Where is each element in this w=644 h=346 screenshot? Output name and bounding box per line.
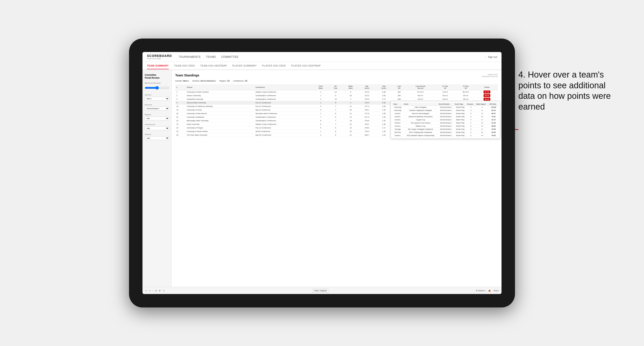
update-time: Update time: 13/03/2024 10:03:42 xyxy=(482,73,498,78)
logo: SCOREBOARD Powered by clippi xyxy=(147,54,172,60)
sidebar-min-rounds-slider[interactable] xyxy=(145,85,169,90)
col-no-tour: NoTour xyxy=(328,84,343,90)
nav-links: TOURNAMENTS TEAMS COMMITTEE xyxy=(178,54,485,59)
table-row-highlighted: 4 Arizona State University Pac-12 Confer… xyxy=(175,101,498,105)
subnav-team-h2h-heatmap[interactable]: TEAM H2H HEATMAP xyxy=(200,62,227,69)
table-row: 1 University of North Carolina Atlantic … xyxy=(175,90,498,94)
tooltip-row: Univers.Williams CupNCAA Division IStrok… xyxy=(392,125,498,128)
sidebar-min-rounds-label: Minimum Rounds xyxy=(145,82,169,84)
filter-row: Gender: Men's Division: NCAA Division I … xyxy=(175,80,498,82)
annotation-text: 4. Hover over a team's points to see add… xyxy=(518,69,622,112)
table-row: 3 Vanderbilt University Southeastern Con… xyxy=(175,97,498,101)
logo-title: SCOREBOARD xyxy=(147,54,172,58)
nav-tournaments[interactable]: TOURNAMENTS xyxy=(178,54,200,59)
sidebar: CommitteePortal Review Minimum Rounds Ge… xyxy=(142,70,172,287)
col-overall-record: Low OverallRecord xyxy=(406,84,435,90)
col-bnds-wins: BndsWins xyxy=(343,84,358,90)
sidebar-gender-select[interactable]: Men's xyxy=(145,97,169,101)
annotation-block: 4. Hover over a team's points to see add… xyxy=(518,69,622,112)
data-header-row: Team Standings Update time: 13/03/2024 1… xyxy=(175,73,498,78)
tooltip-row: Univers.Amer.An IntercollegiateNCAA Divi… xyxy=(392,112,498,115)
tooltip-row: UniversityCabo CollegiateNCAA Division I… xyxy=(392,106,498,109)
sign-out[interactable]: Sign out xyxy=(485,56,497,58)
toolbar-right: 👁 Watch ▾ 📤 Share xyxy=(476,290,499,292)
zoom-in-button[interactable]: ⊕ xyxy=(155,290,157,292)
points-value[interactable]: 97.02 xyxy=(484,91,490,93)
data-area: Team Standings Update time: 13/03/2024 1… xyxy=(172,70,502,287)
sidebar-conference-label: Conference xyxy=(145,124,169,126)
points-tooltip: Team Event Event Division Event Type Rou… xyxy=(391,101,500,139)
tooltip-row: UniversitySouthern Highlands CollegiateN… xyxy=(392,109,498,112)
sidebar-school-label: School xyxy=(145,133,169,135)
bottom-toolbar: ↩ ↪ − ⊕ ⊞ 🕐 View: Original 👁 Watch ▾ 📤 S… xyxy=(142,287,502,294)
sidebar-region-label: Region xyxy=(145,114,169,116)
col-adj-score: Adj.Score xyxy=(358,84,376,90)
share-icon: 📤 xyxy=(488,290,491,292)
tooltip-table: Team Event Event Division Event Type Rou… xyxy=(392,103,498,137)
clock-button[interactable]: 🕐 xyxy=(162,290,165,292)
filter-division: Division: NCAA Division I xyxy=(192,80,216,82)
section-title: Team Standings xyxy=(175,73,199,77)
grid-button[interactable]: ⊞ xyxy=(159,290,161,292)
col-points: Points xyxy=(476,84,498,90)
main-content: CommitteePortal Review Minimum Rounds Ge… xyxy=(142,70,502,287)
watch-button[interactable]: 👁 Watch ▾ xyxy=(476,290,486,292)
sidebar-division-select[interactable]: NCAA Division I xyxy=(145,107,169,111)
sidebar-portal-title: CommitteePortal Review xyxy=(145,73,169,79)
sidebar-division-label: Division xyxy=(145,104,169,106)
col-conference: Conference xyxy=(254,84,313,90)
col-vs25: Vs Top25 xyxy=(435,84,456,90)
nav-teams[interactable]: TEAMS xyxy=(206,54,216,59)
sidebar-region-select[interactable]: N/A xyxy=(145,117,169,120)
sidebar-division: Division NCAA Division I xyxy=(145,104,169,111)
tooltip-row: East TacDFCC Fighting Illini Invitationa… xyxy=(392,131,498,134)
nav-committee[interactable]: COMMITTEE xyxy=(221,54,238,59)
tablet-device: SCOREBOARD Powered by clippi TOURNAMENTS… xyxy=(129,38,515,308)
header: SCOREBOARD Powered by clippi TOURNAMENTS… xyxy=(142,52,502,62)
col-conf-rank: ConfRank xyxy=(313,84,328,90)
filter-region: Region: All xyxy=(220,80,230,82)
subnav: TEAM SUMMARY TEAM H2H GRID TEAM H2H HEAT… xyxy=(142,62,502,70)
tooltip-row: Florida IThe Cypress Point ClassicNCAA D… xyxy=(392,122,498,125)
share-button[interactable]: Share xyxy=(494,290,499,292)
subnav-team-h2h-grid[interactable]: TEAM H2H GRID xyxy=(174,62,195,69)
subnav-team-summary[interactable]: TEAM SUMMARY xyxy=(147,62,169,69)
redo-button[interactable]: ↪ xyxy=(149,290,150,292)
standings-table: # School Conference ConfRank NoTour Bnds… xyxy=(175,84,498,137)
tooltip-row: Univers.Copper CupNCAA Division IMatch P… xyxy=(392,118,498,122)
col-low-sg: LowSG xyxy=(392,84,406,90)
subnav-player-summary[interactable]: PLAYER SUMMARY xyxy=(232,62,257,69)
filter-gender: Gender: Men's xyxy=(175,80,189,82)
sidebar-gender: Gender Men's xyxy=(145,94,169,101)
col-vs50: Vs Top50 xyxy=(455,84,476,90)
sidebar-conference-select[interactable]: (All) xyxy=(145,126,169,130)
col-school: School xyxy=(186,84,254,90)
toolbar-center: View: Original xyxy=(312,290,328,292)
toolbar-left: ↩ ↪ − ⊕ ⊞ 🕐 xyxy=(145,290,165,292)
subnav-player-h2h-grid[interactable]: PLAYER H2H GRID xyxy=(262,62,286,69)
subnav-player-h2h-heatmap[interactable]: PLAYER H2H HEATMAP xyxy=(291,62,321,69)
sidebar-gender-label: Gender xyxy=(145,94,169,96)
filter-conference: Conference: All xyxy=(233,80,247,82)
view-original-button[interactable]: View: Original xyxy=(312,289,328,292)
logo-sub: Powered by clippi xyxy=(147,58,172,60)
tooltip-row: Univers.2023 Sahalee Players Championshi… xyxy=(392,134,498,137)
sidebar-school: School (All) xyxy=(145,133,169,140)
tooltip-row: GeorgiaBen Hogan Collegiate Invitational… xyxy=(392,128,498,131)
points-value[interactable]: 93.31 xyxy=(484,94,490,97)
undo-button[interactable]: ↩ xyxy=(145,290,147,292)
sidebar-conference: Conference (All) xyxy=(145,124,169,130)
sidebar-school-select[interactable]: (All) xyxy=(145,136,169,140)
zoom-out-button[interactable]: − xyxy=(152,290,154,292)
sidebar-min-rounds: Minimum Rounds xyxy=(145,82,169,91)
tooltip-row: Univers.National Invitational Tournament… xyxy=(392,115,498,118)
col-avg-score: AvgScore xyxy=(376,84,392,90)
sidebar-region: Region N/A xyxy=(145,114,169,120)
tablet-screen: SCOREBOARD Powered by clippi TOURNAMENTS… xyxy=(142,52,502,294)
col-rank: # xyxy=(175,84,186,90)
points-value[interactable]: 90.32 xyxy=(484,98,490,101)
table-row: 2 Auburn University Southeastern Confere… xyxy=(175,94,498,97)
